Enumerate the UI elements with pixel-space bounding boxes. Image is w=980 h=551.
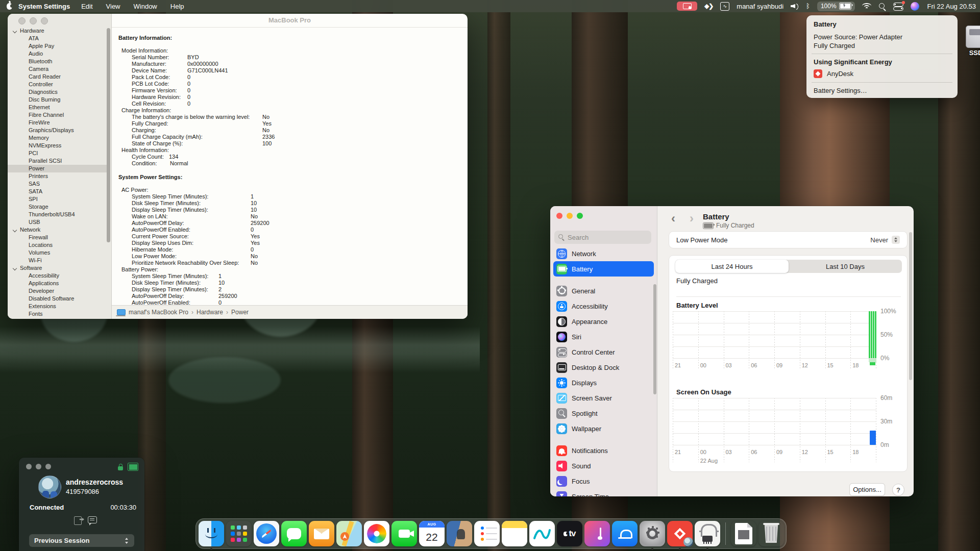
menubar-clock[interactable]: Fri 22 Aug 20.53 (927, 3, 976, 10)
help-button[interactable]: ? (892, 484, 904, 496)
sysinfo-sidebar-item-memory[interactable]: Memory (8, 134, 107, 142)
sysinfo-sidebar-item-printers[interactable]: Printers (8, 172, 107, 180)
breadcrumb-device[interactable]: manaf's MacBook Pro (129, 309, 188, 316)
sysinfo-sidebar-item-audio[interactable]: Audio (8, 50, 107, 58)
dock-item-system-settings[interactable] (640, 521, 665, 546)
chat-icon[interactable] (88, 516, 97, 523)
sysinfo-sidebar-item-extensions[interactable]: Extensions (8, 303, 107, 310)
sysinfo-sidebar-item-developer[interactable]: Developer (8, 287, 107, 295)
breadcrumb-item[interactable]: Power (231, 309, 249, 316)
sidebar-item-screen-saver[interactable]: Screen Saver (553, 390, 654, 406)
activity-menubar-icon[interactable]: ∿ (720, 2, 729, 11)
breadcrumb-group[interactable]: Hardware (197, 309, 223, 316)
dock-item-music[interactable] (584, 521, 610, 546)
sidebar-item-desktop-dock[interactable]: Desktop & Dock (553, 360, 654, 375)
sidebar-item-appearance[interactable]: Appearance (553, 314, 654, 329)
dock-item-reminders[interactable] (474, 521, 500, 546)
dock-item-document[interactable] (731, 521, 756, 546)
settings-search-field[interactable]: Search (554, 231, 651, 244)
sysinfo-sidebar-item-camera[interactable]: Camera (8, 65, 107, 73)
volume-icon[interactable] (791, 3, 799, 9)
dock-item-tv[interactable]: tv (557, 521, 582, 546)
sidebar-item-screen-time[interactable]: Screen Time (553, 489, 654, 496)
anydesk-menubar-icon[interactable]: ◆❯ (704, 3, 713, 10)
sidebar-item-focus[interactable]: Focus (553, 473, 654, 489)
sysinfo-sidebar-item-sata[interactable]: SATA (8, 188, 107, 195)
bluetooth-icon[interactable]: ᛒ (806, 3, 810, 9)
window-controls[interactable] (556, 213, 583, 219)
sidebar-item-displays[interactable]: Displays (553, 375, 654, 390)
sysinfo-sidebar-item-thunderbolt-usb4[interactable]: Thunderbolt/USB4 (8, 211, 107, 218)
battery-settings-link[interactable]: Battery Settings… (814, 87, 950, 94)
session-selector[interactable]: Previous Session (29, 534, 134, 547)
sysinfo-sidebar-item-applications[interactable]: Applications (8, 280, 107, 287)
sidebar-item-spotlight[interactable]: Spotlight (553, 406, 654, 421)
sidebar-item-battery[interactable]: Battery (553, 261, 654, 277)
dock-item-facetime[interactable] (391, 521, 417, 546)
sidebar-item-notifications[interactable]: Notifications (553, 443, 654, 458)
sidebar-item-siri[interactable]: Siri (553, 329, 654, 344)
content-scrollbar[interactable] (909, 232, 912, 380)
zoom-button[interactable] (45, 464, 51, 469)
sysinfo-sidebar-item-pci[interactable]: PCI (8, 149, 107, 157)
window-controls[interactable] (18, 17, 48, 24)
sysinfo-sidebar-item-card-reader[interactable]: Card Reader (8, 73, 107, 81)
sysinfo-sidebar-group-software[interactable]: Software (8, 264, 107, 272)
dock-item-notes[interactable] (502, 521, 527, 546)
menubar-username[interactable]: manaf syahbudi (737, 3, 783, 10)
dock-item-trash[interactable] (758, 521, 784, 546)
sysinfo-sidebar-item-apple-pay[interactable]: Apple Pay (8, 42, 107, 50)
sidebar-scrollbar[interactable] (653, 284, 656, 394)
siri-icon[interactable] (911, 2, 919, 11)
dock-item-anydesk[interactable] (667, 521, 693, 546)
remote-screen-icon[interactable] (128, 463, 138, 471)
sidebar-item-accessibility[interactable]: Accessibility (553, 298, 654, 314)
sysinfo-sidebar-item-diagnostics[interactable]: Diagnostics (8, 88, 107, 96)
dock-item-messages[interactable] (281, 521, 307, 546)
sidebar-item-sound[interactable]: Sound (553, 458, 654, 473)
menu-view[interactable]: View (106, 3, 120, 10)
sidebar-item-control-center[interactable]: Control Center (553, 344, 654, 360)
sysinfo-sidebar-item-graphics-displays[interactable]: Graphics/Displays (8, 127, 107, 134)
sidebar-scrollbar[interactable] (107, 28, 110, 242)
sysinfo-sidebar-item-ata[interactable]: ATA (8, 35, 107, 42)
minimize-button[interactable] (36, 464, 41, 469)
sysinfo-sidebar-item-ethernet[interactable]: Ethernet (8, 104, 107, 111)
sysinfo-sidebar-item-wi-fi[interactable]: Wi-Fi (8, 257, 107, 264)
sysinfo-sidebar-group-network[interactable]: Network (8, 226, 107, 234)
sysinfo-sidebar-item-usb[interactable]: USB (8, 218, 107, 226)
sysinfo-sidebar-item-disabled-software[interactable]: Disabled Software (8, 295, 107, 303)
file-transfer-icon[interactable] (74, 516, 82, 525)
app-menu-title[interactable]: System Settings (18, 3, 70, 10)
minimize-button[interactable] (567, 213, 573, 219)
dock-item-launchpad[interactable] (226, 521, 252, 546)
dock-item-photos[interactable] (364, 521, 389, 546)
dock-item-contacts[interactable] (447, 521, 472, 546)
dock-item-maps[interactable] (336, 521, 362, 546)
dock-item-calendar[interactable]: AUG22 (419, 521, 445, 546)
dock-item-system-information[interactable] (695, 521, 720, 546)
apple-menu[interactable] (0, 3, 18, 10)
menu-window[interactable]: Window (134, 3, 157, 10)
energy-app-row[interactable]: AnyDesk (814, 69, 950, 78)
sidebar-item-wallpaper[interactable]: Wallpaper (553, 421, 654, 436)
screen-recording-indicator-icon[interactable] (677, 2, 697, 11)
dock-item-safari[interactable] (254, 521, 279, 546)
sysinfo-sidebar-item-firewire[interactable]: FireWire (8, 119, 107, 127)
desktop-drive-icon[interactable]: SSD (961, 26, 980, 57)
sysinfo-sidebar-item-controller[interactable]: Controller (8, 81, 107, 88)
zoom-button[interactable] (577, 213, 583, 219)
sysinfo-sidebar-item-power[interactable]: Power (8, 165, 107, 172)
close-button[interactable] (556, 213, 562, 219)
search-icon[interactable] (878, 3, 886, 10)
sysinfo-sidebar-item-locations[interactable]: Locations (8, 241, 107, 249)
close-button[interactable] (18, 17, 26, 24)
options-button[interactable]: Options... (849, 483, 885, 496)
control-center-icon[interactable] (893, 3, 903, 10)
sidebar-item-general[interactable]: General (553, 283, 654, 298)
sysinfo-sidebar-item-disc-burning[interactable]: Disc Burning (8, 96, 107, 104)
back-button[interactable]: ‹ (671, 212, 675, 224)
sysinfo-sidebar-item-spi[interactable]: SPI (8, 195, 107, 203)
forward-button[interactable]: › (690, 212, 694, 224)
menu-help[interactable]: Help (170, 3, 184, 10)
